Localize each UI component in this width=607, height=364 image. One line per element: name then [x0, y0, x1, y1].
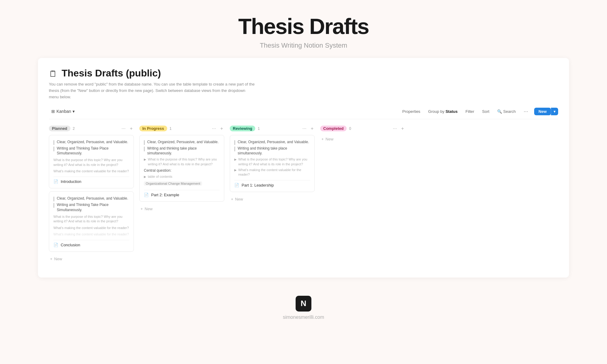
card-body-4: What's making the content valuable for t…: [53, 226, 129, 230]
more-options-button[interactable]: ···: [522, 107, 530, 116]
column-header-planned: Planned 2 ··· +: [49, 125, 134, 132]
quote-bar-2: [53, 147, 54, 151]
column-in-progress: In Progress 1 ··· + Clear, Organized, Pe…: [139, 125, 224, 263]
add-new-label-3: New: [235, 197, 243, 201]
add-new-label: New: [54, 257, 62, 261]
new-button[interactable]: New: [534, 108, 551, 115]
expand-arrow-p1-2: ▶: [234, 168, 237, 172]
card-quote-line-3: Clear, Organized, Persuasive, and Valuab…: [53, 196, 129, 201]
column-reviewing: Reviewing 1 ··· + Clear, Organized, Pers…: [230, 125, 315, 263]
db-title: Thesis Drafts (public): [62, 68, 161, 79]
column-add-reviewing[interactable]: +: [310, 125, 315, 132]
chevron-down-icon: ▾: [73, 109, 75, 114]
card-footer-part1: 📄 Part 1: Leadership: [234, 180, 310, 187]
column-more-completed[interactable]: ···: [392, 125, 398, 132]
card-part2[interactable]: Clear, Organized, Persuasive, and Valuab…: [139, 135, 224, 202]
new-dropdown-button[interactable]: ▾: [551, 108, 558, 115]
card-footer-conclusion: 📄 Conclusion: [53, 240, 129, 247]
page-icon: 📄: [53, 179, 58, 184]
column-label-reviewing: Reviewing: [230, 126, 255, 131]
search-button[interactable]: 🔍 Search: [495, 108, 517, 115]
page-icon-3: 📄: [144, 193, 149, 197]
plus-icon-2: +: [141, 207, 143, 211]
plus-icon: +: [50, 257, 53, 261]
column-count-in-progress: 1: [170, 126, 172, 131]
quote-bar-p1-2: [234, 147, 235, 151]
card-title-part2: Part 2: Example: [151, 193, 179, 197]
card-part1[interactable]: Clear, Organized, Persuasive, and Valuab…: [230, 135, 315, 192]
card-body-5: What's making the content valuable for t…: [53, 232, 129, 237]
page-icon-2: 📄: [53, 243, 58, 247]
search-icon: 🔍: [497, 109, 502, 114]
card-quote-line-2: Writing and Thinking Take Place Simultan…: [53, 146, 129, 156]
card-footer-part2: 📄 Part 2: Example: [144, 190, 220, 197]
add-new-planned[interactable]: + New: [49, 255, 134, 263]
quote-text-p2-2: Writing and thinking take place simultan…: [147, 146, 220, 156]
card-title-conclusion: Conclusion: [61, 243, 80, 247]
quote-bar-p2-2: [144, 147, 145, 151]
column-planned: Planned 2 ··· + Clear, Organized, Persua…: [49, 125, 134, 263]
column-header-left-2: In Progress 1: [139, 126, 171, 131]
sort-button[interactable]: Sort: [480, 108, 491, 115]
add-new-label-4: New: [326, 137, 334, 141]
main-container: 🗒 Thesis Drafts (public) You can remove …: [38, 58, 569, 277]
card-tag-org: Organizational Change Management: [144, 181, 202, 186]
card-quote-line-4: Writing and Thinking Take Place Simultan…: [53, 202, 129, 213]
column-header-left-3: Reviewing 1: [230, 126, 260, 131]
add-new-completed[interactable]: + New: [320, 135, 405, 143]
column-more-in-progress[interactable]: ···: [211, 125, 217, 132]
quote-text-3: Clear, Organized, Persuasive, and Valuab…: [57, 196, 128, 201]
column-add-planned[interactable]: +: [129, 125, 134, 132]
column-label-completed: Completed: [320, 126, 347, 131]
column-header-left: Planned 2: [49, 126, 75, 131]
db-description: You can remove the word "public" from th…: [49, 81, 255, 100]
add-new-reviewing[interactable]: + New: [230, 195, 315, 203]
expand-arrow-1: ▶: [144, 158, 146, 161]
page-icon-4: 📄: [234, 183, 239, 187]
filter-button[interactable]: Filter: [464, 108, 476, 115]
properties-button[interactable]: Properties: [401, 108, 422, 115]
kanban-board: Planned 2 ··· + Clear, Organized, Persua…: [49, 125, 558, 265]
add-new-in-progress[interactable]: + New: [139, 205, 224, 213]
column-add-in-progress[interactable]: +: [219, 125, 224, 132]
column-completed: Completed 0 ··· + + New: [320, 125, 405, 263]
quote-bar: [53, 140, 54, 145]
column-actions-completed: ··· +: [392, 125, 405, 132]
page-subtitle: Thesis Writing Notion System: [0, 42, 607, 49]
quote-text-p1-2: Writing and thinking take place simultan…: [238, 146, 310, 156]
card-conclusion[interactable]: Clear, Organized, Persuasive, and Valuab…: [49, 191, 134, 251]
column-header-reviewing: Reviewing 1 ··· +: [230, 125, 315, 132]
column-count-reviewing: 1: [258, 126, 260, 131]
toolbar-right: Properties Group by Status Filter Sort 🔍…: [401, 107, 558, 116]
group-by-label: Group by: [428, 109, 446, 114]
column-add-completed[interactable]: +: [400, 125, 405, 132]
view-selector[interactable]: ⊞ Kanban ▾: [49, 108, 77, 115]
column-count-planned: 2: [73, 126, 75, 131]
page-header: Thesis Drafts Thesis Writing Notion Syst…: [0, 0, 607, 58]
expandable-p1-1: ▶ What is the purpose of this topic? Why…: [234, 157, 310, 167]
card-introduction[interactable]: Clear, Organized, Persuasive, and Valuab…: [49, 135, 134, 189]
card-quote-p1-2: Writing and thinking take place simultan…: [234, 146, 310, 156]
card-footer-intro: 📄 Introduction: [53, 177, 129, 184]
column-actions-planned: ··· +: [120, 125, 134, 132]
card-quote-p2-1: Clear, Organized, Persuasive, and Valuab…: [144, 140, 220, 145]
quote-text-4: Writing and Thinking Take Place Simultan…: [57, 202, 129, 213]
column-more-reviewing[interactable]: ···: [301, 125, 307, 132]
expand-arrow-toc: ▶: [144, 175, 146, 178]
column-actions-reviewing: ··· +: [301, 125, 315, 132]
expandable-text-1: What is the purpose of this topic? Why a…: [148, 157, 220, 167]
quote-text-p1-1: Clear, Organized, Persuasive, and Valuab…: [238, 140, 309, 145]
group-by-value: Status: [446, 109, 458, 114]
page-footer: N simonesmerilli.com: [283, 290, 324, 332]
plus-icon-3: +: [231, 197, 233, 201]
column-more-planned[interactable]: ···: [120, 125, 127, 132]
database-icon: 🗒: [49, 69, 57, 79]
card-body-3: What is the purpose of this topic? Why a…: [53, 214, 129, 224]
toc-text: table of contents: [148, 174, 172, 179]
card-body-2: What's making the content valuable for t…: [53, 169, 129, 174]
notion-letter: N: [301, 299, 307, 308]
expandable-text-p1-1: What is the purpose of this topic? Why a…: [238, 157, 310, 167]
quote-bar-3: [53, 197, 54, 201]
group-by-button[interactable]: Group by Status: [426, 108, 459, 115]
add-new-label-2: New: [145, 207, 153, 211]
